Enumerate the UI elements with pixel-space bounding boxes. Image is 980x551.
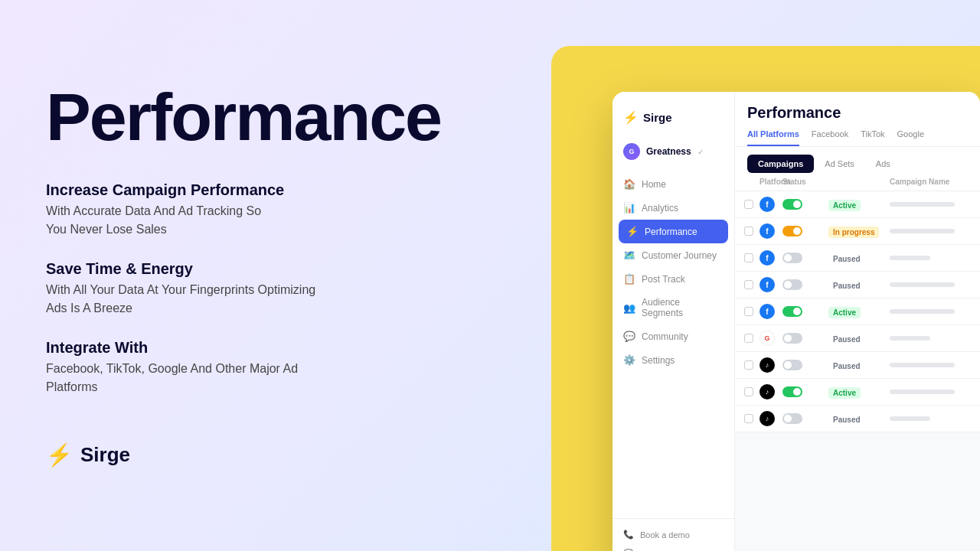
tab-campaigns[interactable]: Campaigns xyxy=(747,155,814,173)
tab-ad-sets[interactable]: Ad Sets xyxy=(814,155,865,173)
campaign-bar xyxy=(890,309,955,314)
nav-performance[interactable]: ⚡ Performance xyxy=(619,220,728,243)
status-toggle[interactable] xyxy=(782,386,802,397)
campaign-bar xyxy=(890,256,930,260)
platform-icon-fb: f xyxy=(760,223,775,239)
row-checkbox[interactable] xyxy=(744,360,753,370)
tab-facebook[interactable]: Facebook xyxy=(812,129,848,146)
table-row: f Active xyxy=(735,191,980,218)
campaign-bar xyxy=(890,363,955,367)
toggle-wrap xyxy=(782,413,828,424)
lets-chat-button[interactable]: 💬 Let's Chat xyxy=(612,544,734,551)
row-checkbox[interactable] xyxy=(744,414,753,423)
sidebar-logo-icon: ⚡ xyxy=(623,110,639,125)
row-checkbox[interactable] xyxy=(744,387,753,396)
platform-tabs: All Platforms Facebook TikTok Google xyxy=(747,129,968,146)
status-toggle[interactable] xyxy=(782,333,802,344)
content-tabs: Campaigns Ad Sets Ads xyxy=(735,147,980,173)
tab-ads[interactable]: Ads xyxy=(865,155,901,173)
tab-google[interactable]: Google xyxy=(897,129,924,146)
campaign-bar xyxy=(890,416,930,421)
row-checkbox[interactable] xyxy=(744,307,753,316)
logo-text: Sirge xyxy=(80,443,130,467)
status-badge: Paused xyxy=(828,414,865,425)
row-checkbox[interactable] xyxy=(744,227,753,236)
status-toggle[interactable] xyxy=(782,253,802,263)
feature-2-desc: With All Your Data At Your Fingerprints … xyxy=(46,281,521,318)
platform-icon-tiktok: ♪ xyxy=(760,357,775,373)
campaign-bar xyxy=(890,229,955,233)
campaign-bar xyxy=(890,202,955,207)
tab-all-platforms[interactable]: All Platforms xyxy=(747,129,799,146)
status-badge: Paused xyxy=(828,253,865,265)
post-track-icon: 📋 xyxy=(623,273,635,285)
status-toggle[interactable] xyxy=(782,360,802,370)
toggle-wrap xyxy=(782,226,828,236)
main-title: Performance xyxy=(46,83,521,151)
status-badge: Paused xyxy=(828,280,865,292)
platform-icon-fb: f xyxy=(760,277,775,292)
toggle-wrap xyxy=(782,279,828,290)
app-sidebar: ⚡ Sirge G Greatness ✓ 🏠 Home 📊 Analytics xyxy=(612,92,735,551)
page-title: Performance xyxy=(747,104,968,122)
status-badge: Paused xyxy=(828,334,865,345)
row-checkbox[interactable] xyxy=(744,280,753,289)
nav-customer-journey[interactable]: 🗺️ Customer Journey xyxy=(612,243,734,267)
platform-icon-fb: f xyxy=(760,304,775,319)
workspace-item[interactable]: G Greatness ✓ xyxy=(612,137,734,166)
status-toggle[interactable] xyxy=(782,199,802,210)
feature-2: Save Time & Energy With All Your Data At… xyxy=(46,260,521,318)
nav-analytics[interactable]: 📊 Analytics xyxy=(612,196,734,220)
workspace-name: Greatness xyxy=(646,146,691,157)
device-frame: ⚡ Sirge G Greatness ✓ 🏠 Home 📊 Analytics xyxy=(612,92,980,551)
book-demo-label: Book a demo xyxy=(640,530,690,540)
status-toggle[interactable] xyxy=(782,413,802,424)
nav-audience-segments[interactable]: 👥 Audience Segments xyxy=(612,291,734,324)
col-campaign-name: Campaign Name xyxy=(890,178,971,186)
main-content: Performance All Platforms Facebook TikTo… xyxy=(735,92,980,551)
nav-journey-label: Customer Journey xyxy=(642,250,717,261)
nav-performance-label: Performance xyxy=(645,227,697,237)
status-badge: Active xyxy=(828,307,861,318)
platform-icon-tiktok: ♪ xyxy=(760,411,775,426)
workspace-verified-icon: ✓ xyxy=(697,148,704,156)
row-checkbox[interactable] xyxy=(744,334,753,343)
nav-home[interactable]: 🏠 Home xyxy=(612,172,734,196)
sidebar-logo-text: Sirge xyxy=(643,111,672,124)
toggle-wrap xyxy=(782,360,828,370)
nav-settings[interactable]: ⚙️ Settings xyxy=(612,348,734,372)
campaign-bar xyxy=(890,282,955,287)
demo-icon: 📞 xyxy=(623,530,634,540)
status-badge: Active xyxy=(828,200,861,211)
status-toggle[interactable] xyxy=(782,306,802,317)
table-header: Platform Status Campaign Name xyxy=(735,173,980,191)
table-row: f Paused xyxy=(735,245,980,272)
platform-icon-google: G xyxy=(760,331,775,346)
feature-1-desc: With Accurate Data And Ad Tracking So Yo… xyxy=(46,202,521,239)
feature-3-title: Integrate With xyxy=(46,339,521,357)
bottom-logo: ⚡ Sirge xyxy=(46,442,521,468)
col-status: Status xyxy=(782,178,828,186)
nav-community[interactable]: 💬 Community xyxy=(612,324,734,348)
audience-icon: 👥 xyxy=(623,302,635,314)
row-checkbox[interactable] xyxy=(744,200,753,209)
platform-icon-fb: f xyxy=(760,197,775,212)
row-checkbox[interactable] xyxy=(744,253,753,262)
table-row: G Paused xyxy=(735,325,980,352)
nav-analytics-label: Analytics xyxy=(642,203,678,214)
nav-audience-label: Audience Segments xyxy=(642,297,724,318)
book-demo-button[interactable]: 📞 Book a demo xyxy=(612,525,734,544)
home-icon: 🏠 xyxy=(623,178,635,190)
feature-3-desc: Facebook, TikTok, Google And Other Major… xyxy=(46,360,521,396)
toggle-wrap xyxy=(782,386,828,397)
table-row: f Active xyxy=(735,298,980,325)
toggle-wrap xyxy=(782,199,828,210)
nav-post-track[interactable]: 📋 Post Track xyxy=(612,267,734,291)
campaigns-table: Platform Status Campaign Name f Active xyxy=(735,173,980,551)
status-toggle[interactable] xyxy=(782,279,802,290)
status-badge: Paused xyxy=(828,360,865,372)
tab-tiktok[interactable]: TikTok xyxy=(861,129,884,146)
analytics-icon: 📊 xyxy=(623,202,635,214)
status-toggle[interactable] xyxy=(782,226,802,236)
feature-1-title: Increase Campaign Performance xyxy=(46,181,521,199)
